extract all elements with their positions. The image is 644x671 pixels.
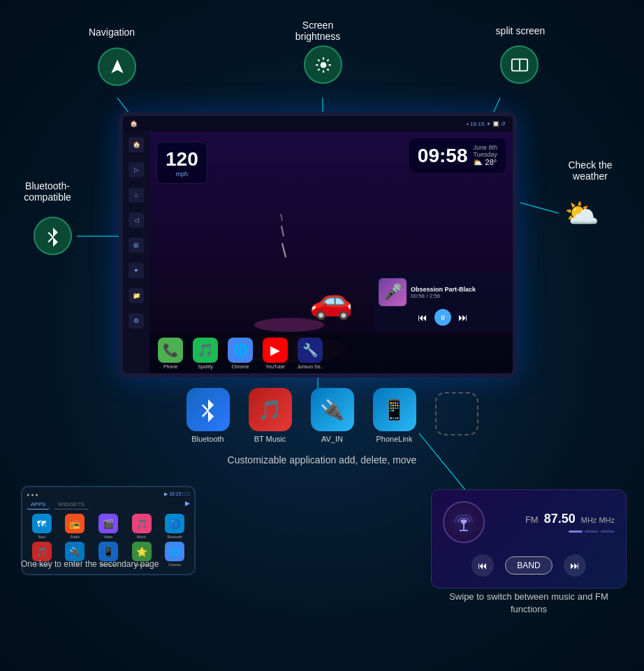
- svg-line-16: [318, 68, 319, 70]
- app-phone[interactable]: 📞 Phone: [155, 338, 186, 369]
- navigation-label: Navigation: [70, 27, 154, 38]
- weather-display: ⛅ 28°: [473, 158, 497, 167]
- navigation-text: Navigation: [89, 27, 135, 38]
- brightness-icon: [304, 45, 342, 84]
- svg-line-17: [327, 59, 328, 61]
- app-junsun[interactable]: 🔧 Junsun Se..: [295, 338, 325, 369]
- split-screen-text: split screen: [496, 25, 546, 36]
- bluetooth-text: Bluetooth- compatible: [24, 180, 71, 203]
- fm-prev-btn[interactable]: ⏮: [471, 554, 494, 577]
- svg-line-14: [318, 59, 319, 61]
- app-spotify[interactable]: 🎵 Spotify: [190, 338, 221, 369]
- svg-line-21: [48, 237, 53, 242]
- sidebar-home2-icon[interactable]: ⌂: [129, 187, 144, 203]
- time-widget: 09:58 June 8th Tuesday ⛅ 28°: [409, 138, 506, 173]
- fm-controls: ⏮ BAND ⏭: [443, 554, 615, 577]
- play-btn[interactable]: ⏸: [434, 309, 451, 326]
- sidebar-back-icon[interactable]: ◁: [129, 212, 144, 228]
- panel-video[interactable]: 🎬 Video: [93, 514, 124, 539]
- fm-info: FM 87.50 MHz MHz: [492, 512, 615, 533]
- weather-icon: ⛅: [559, 194, 604, 233]
- speed-value: 120: [166, 148, 198, 171]
- panel-bluetooth[interactable]: 🔵 Bluetooth: [159, 514, 190, 539]
- sidebar-grid-icon[interactable]: ⊞: [129, 238, 144, 253]
- svg-point-34: [462, 520, 466, 524]
- svg-point-9: [320, 62, 326, 68]
- sidebar-settings-icon[interactable]: ⚙: [129, 313, 144, 329]
- dock-icons-container: Bluetooth 🎵 BT Music 🔌 AV_IN 📱 PhoneLink: [182, 388, 483, 443]
- date-display: June 8th Tuesday: [473, 144, 497, 158]
- tab-apps[interactable]: APPS: [27, 500, 50, 510]
- dock-btmusic-label: BT Music: [244, 435, 296, 443]
- prev-btn[interactable]: ⏮: [418, 312, 427, 323]
- svg-line-30: [202, 405, 207, 410]
- clock-display: 09:58: [418, 145, 468, 167]
- panel-navi[interactable]: 🗺 Navi: [27, 514, 57, 539]
- dock-avin[interactable]: 🔌 AV_IN: [306, 388, 358, 443]
- car-image: 🚗: [309, 280, 353, 321]
- tab-widgets[interactable]: WIDGETS: [54, 500, 88, 510]
- screen-main-area: 🚗 120 mph 09:58 June 8th Tuesday ⛅: [149, 131, 513, 373]
- screen-status-bar: 🏠 ▪ 16:15 ☀ 🔲 ↺: [123, 116, 513, 131]
- bluetooth-label: Bluetooth- compatible: [6, 180, 89, 203]
- dock-phonelink[interactable]: 📱 PhoneLink: [368, 388, 420, 443]
- sidebar-folder-icon[interactable]: 📁: [129, 288, 144, 303]
- app-chrome[interactable]: 🌐 Chrome: [225, 338, 256, 369]
- screen-sidebar: 🏠 ▷ ⌂ ◁ ⊞ ✦ 📁 ⚙: [123, 131, 149, 373]
- app-youtube[interactable]: ▶ YouTube: [260, 338, 291, 369]
- svg-line-31: [202, 411, 207, 417]
- weather-text: Check the weather: [568, 159, 612, 182]
- weather-label: Check the weather: [552, 159, 629, 182]
- sidebar-nav-icon[interactable]: ▷: [129, 162, 144, 178]
- song-title: Obsession Part-Black: [411, 286, 476, 293]
- svg-line-20: [48, 232, 53, 237]
- customizable-text: Customizable application add, delete, mo…: [140, 454, 504, 466]
- brightness-label: Screenbrightness: [279, 20, 356, 42]
- fm-display: FM 87.50 MHz MHz: [443, 501, 615, 543]
- panel-top-bar: ● ● ● ▶ 16:15 □ □: [27, 491, 190, 497]
- fm-antenna-icon: [443, 501, 485, 543]
- fm-panel: FM 87.50 MHz MHz ⏮ BAND ⏭: [431, 489, 627, 589]
- song-time: 00:58 / 2:56: [411, 293, 476, 299]
- svg-line-4: [520, 203, 559, 213]
- split-screen-label: split screen: [475, 25, 566, 36]
- dock-avin-label: AV_IN: [306, 435, 358, 443]
- music-widget: 🎤 Obsession Part-Black 00:58 / 2:56 ⏮ ⏸ …: [373, 273, 513, 331]
- sidebar-bt-icon[interactable]: ✦: [129, 263, 144, 278]
- dock-empty: [430, 392, 483, 439]
- fm-next-btn[interactable]: ⏭: [564, 554, 586, 577]
- dock-phonelink-label: PhoneLink: [368, 435, 420, 443]
- fm-frequency: 87.50: [544, 512, 576, 526]
- panel-music[interactable]: 🎵 Music: [126, 514, 157, 539]
- fm-unit-label: MHz MHz: [581, 516, 615, 524]
- split-screen-icon: [500, 45, 539, 84]
- one-key-caption: One key to enter the secondary page: [21, 559, 196, 569]
- speed-widget: 120 mph: [156, 142, 207, 184]
- main-screen: 🏠 ▪ 16:15 ☀ 🔲 ↺ 🏠 ▷ ⌂ ◁ ⊞ ✦ 📁 ⚙: [119, 112, 517, 377]
- svg-line-15: [327, 68, 328, 70]
- speed-unit: mph: [166, 171, 198, 178]
- app-icons-row: 📞 Phone 🎵 Spotify 🌐 Chrome ▶ YouTube 🔧: [149, 333, 513, 373]
- panel-radio[interactable]: 📻 Radio: [60, 514, 91, 539]
- dock-bluetooth-label: Bluetooth: [182, 435, 234, 443]
- fm-band-btn[interactable]: BAND: [505, 556, 552, 575]
- navigation-icon: [98, 48, 136, 86]
- dock-bluetooth[interactable]: Bluetooth: [182, 388, 234, 443]
- panel-tabs: APPS WIDGETS ▶: [27, 500, 190, 510]
- bluetooth-icon: [34, 217, 72, 255]
- dock-btmusic[interactable]: 🎵 BT Music: [244, 388, 296, 443]
- fm-caption: Swipe to switch between music and FM fun…: [431, 591, 627, 616]
- next-btn[interactable]: ⏭: [458, 312, 468, 323]
- fm-band-label: FM: [525, 514, 539, 525]
- sidebar-home-icon[interactable]: 🏠: [129, 137, 144, 152]
